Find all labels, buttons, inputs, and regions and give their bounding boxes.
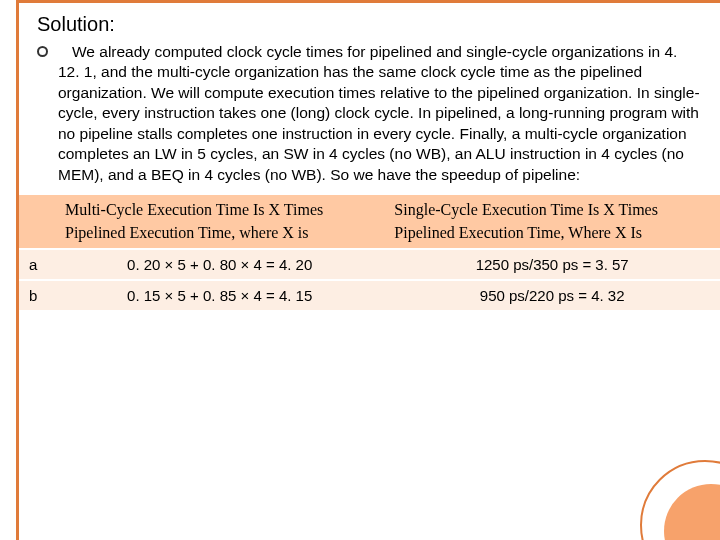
slide-frame: Solution: We already computed clock cycl… — [16, 0, 720, 540]
cell-single: 1250 ps/350 ps = 3. 57 — [384, 249, 720, 280]
cell-multi: 0. 20 × 5 + 0. 80 × 4 = 4. 20 — [55, 249, 384, 280]
col-header-single-l1: Single-Cycle Execution Time Is X Times — [394, 201, 658, 218]
results-table-wrap: Multi-Cycle Execution Time Is X Times Pi… — [19, 195, 720, 310]
col-header-single: Single-Cycle Execution Time Is X Times P… — [384, 195, 720, 249]
solution-heading: Solution: — [37, 13, 702, 36]
col-header-multi-l1: Multi-Cycle Execution Time Is X Times — [65, 201, 323, 218]
bullet-icon — [37, 46, 48, 57]
solution-paragraph: We already computed clock cycle times fo… — [58, 42, 702, 185]
col-header-multi: Multi-Cycle Execution Time Is X Times Pi… — [55, 195, 384, 249]
row-label: b — [19, 280, 55, 310]
cell-multi: 0. 15 × 5 + 0. 85 × 4 = 4. 15 — [55, 280, 384, 310]
table-row: a 0. 20 × 5 + 0. 80 × 4 = 4. 20 1250 ps/… — [19, 249, 720, 280]
col-header-multi-l2: Pipelined Execution Time, where X is — [65, 224, 309, 241]
results-table: Multi-Cycle Execution Time Is X Times Pi… — [19, 195, 720, 310]
cell-single: 950 ps/220 ps = 4. 32 — [384, 280, 720, 310]
col-header-single-l2: Pipelined Execution Time, Where X Is — [394, 224, 642, 241]
col-header-blank — [19, 195, 55, 249]
row-label: a — [19, 249, 55, 280]
table-row: b 0. 15 × 5 + 0. 85 × 4 = 4. 15 950 ps/2… — [19, 280, 720, 310]
body-content: We already computed clock cycle times fo… — [37, 42, 702, 185]
